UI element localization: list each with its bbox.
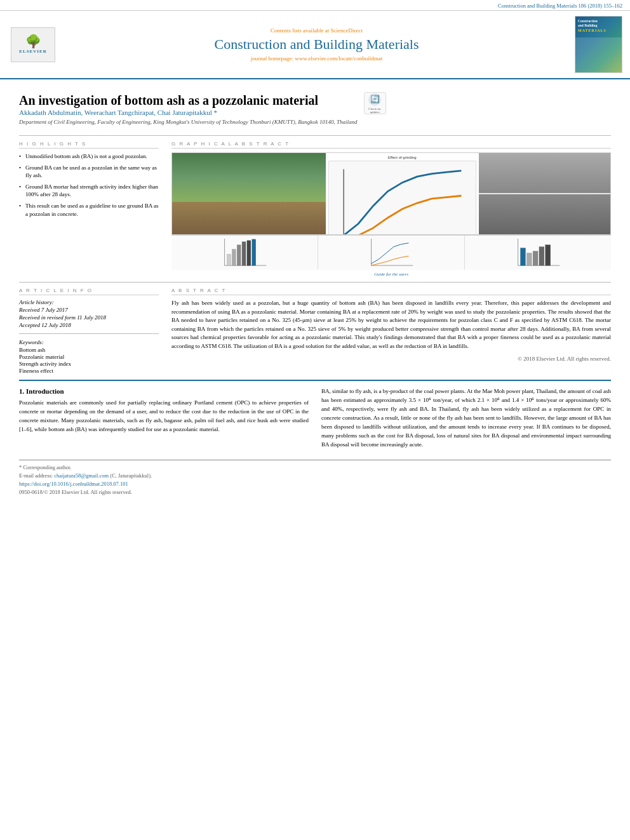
divider-2 <box>19 282 611 283</box>
highlight-item-3: Ground BA mortar had strength activity i… <box>19 183 159 199</box>
svg-rect-14 <box>521 248 526 265</box>
check-updates-badge[interactable]: 🔄 Check forupdates <box>364 92 386 114</box>
keyword-2: Pozzolanic material <box>19 354 159 360</box>
keyword-3: Strength activity index <box>19 361 159 367</box>
affiliation: Department of Civil Engineering, Faculty… <box>19 119 358 125</box>
sciencedirect-name[interactable]: ScienceDirect <box>331 27 363 34</box>
article-info-heading: A R T I C L E I N F O <box>19 288 159 295</box>
doi-line: https://doi.org/10.1016/j.conbuildmat.20… <box>19 481 611 487</box>
footnote-email: E-mail address: chaijatura58@gmail.com (… <box>19 472 611 479</box>
ga-bottom-chart-1 <box>171 236 318 270</box>
intro-heading: 1. Introduction <box>19 387 309 395</box>
history-heading: Article history: <box>19 299 159 305</box>
check-updates-label: Check forupdates <box>368 107 381 114</box>
ga-center-content: Effect of grinding <box>326 153 479 234</box>
divider-keywords <box>19 333 159 334</box>
highlights-column: H I G H L I G H T S Unmodified bottom as… <box>19 141 159 277</box>
highlights-graphical-section: H I G H L I G H T S Unmodified bottom as… <box>19 141 611 277</box>
revised-date: Received in revised form 11 July 2018 <box>19 314 159 321</box>
ga-chart <box>328 161 477 235</box>
journal-citation: Construction and Building Materials 186 … <box>498 3 622 9</box>
ga-caption: Guide for the users <box>171 272 611 277</box>
ga-bottom-svg-1 <box>171 236 318 270</box>
journal-header: 🌳 ELSEVIER Contents lists available at S… <box>0 11 630 79</box>
article-title-section: An investigation of bottom ash as a pozz… <box>19 86 611 130</box>
ga-left-landscape-photo <box>172 153 326 234</box>
sciencedirect-prefix: Contents lists available at <box>271 27 330 34</box>
graphical-abstract-image: Effect of grinding <box>171 152 611 235</box>
ga-bottom-charts <box>171 235 611 270</box>
homepage-url[interactable]: www.elsevier.com/locate/conbuildmat <box>295 55 382 62</box>
article-history: Article history: Received 7 July 2017 Re… <box>19 299 159 328</box>
graphical-abstract-heading: G R A P H I C A L A B S T R A C T <box>171 141 611 149</box>
article-info-abstract-section: A R T I C L E I N F O Article history: R… <box>19 288 611 375</box>
body-introduction: 1. Introduction Pozzolanic materials are… <box>19 387 611 453</box>
email-address[interactable]: chaijatura58@gmail.com <box>54 472 109 479</box>
footer-notes: * Corresponding author. E-mail address: … <box>19 460 611 495</box>
elsevier-logo-box: 🌳 ELSEVIER <box>11 27 55 62</box>
graphical-abstract-column: G R A P H I C A L A B S T R A C T Effect… <box>171 141 611 277</box>
abstract-heading: A B S T R A C T <box>171 288 611 295</box>
abstract-column: A B S T R A C T Fly ash has been widely … <box>171 288 611 375</box>
article-title-text: An investigation of bottom ash as a pozz… <box>19 92 358 130</box>
svg-rect-4 <box>227 254 231 265</box>
body-right-col: BA, similar to fly ash, is a by-product … <box>321 387 611 453</box>
svg-rect-9 <box>252 239 256 265</box>
footnote-star-text: * Corresponding author. <box>19 464 71 470</box>
highlight-item-2: Ground BA can be used as a pozzolan in t… <box>19 164 159 180</box>
svg-rect-18 <box>546 245 551 265</box>
accepted-date: Accepted 12 July 2018 <box>19 322 159 328</box>
check-updates-icon: 🔄 <box>368 93 381 106</box>
cover-decoration <box>575 37 622 72</box>
ga-bottom-svg-3 <box>465 236 611 270</box>
authors: Akkadath Abdulmatin, Weerachart Tangchir… <box>19 109 358 116</box>
cover-journal-title: Constructionand Building <box>578 19 598 28</box>
paper-content: An investigation of bottom ash as a pozz… <box>0 79 630 503</box>
svg-rect-6 <box>237 245 241 265</box>
authors-text: Akkadath Abdulmatin, Weerachart Tangchir… <box>19 109 217 116</box>
elsevier-name: ELSEVIER <box>19 49 46 54</box>
ga-effect-label: Effect of grinding <box>328 156 477 159</box>
doi-link[interactable]: https://doi.org/10.1016/j.conbuildmat.20… <box>19 481 128 487</box>
ga-bottom-svg-2 <box>318 236 464 270</box>
ga-chart-svg <box>329 161 476 235</box>
keywords-heading: Keywords: <box>19 339 159 345</box>
keywords-section: Keywords: Bottom ash Pozzolanic material… <box>19 339 159 374</box>
article-title: An investigation of bottom ash as a pozz… <box>19 92 358 109</box>
highlight-item-4: This result can be used as a guideline t… <box>19 202 159 218</box>
divider-heavy-1 <box>19 380 611 381</box>
homepage-prefix: journal homepage: <box>251 55 295 62</box>
highlights-heading: H I G H L I G H T S <box>19 141 159 149</box>
cover-journal-subtitle: MATERIALS <box>578 29 607 32</box>
elsevier-tree-icon: 🌳 <box>25 35 41 48</box>
keyword-4: Fineness effect <box>19 368 159 374</box>
abstract-text: Fly ash has been widely used as a pozzol… <box>171 299 611 350</box>
ga-photo-1 <box>479 153 610 193</box>
svg-rect-15 <box>526 253 532 265</box>
svg-rect-5 <box>232 250 236 266</box>
intro-right-text: BA, similar to fly ash, is a by-product … <box>321 387 611 450</box>
copyright-notice: © 2018 Elsevier Ltd. All rights reserved… <box>171 356 611 362</box>
email-label: E-mail address: <box>19 472 53 479</box>
ga-right-photos <box>479 153 610 234</box>
journal-reference-bar: Construction and Building Materials 186 … <box>0 0 630 11</box>
journal-homepage: journal homepage: www.elsevier.com/locat… <box>58 55 575 62</box>
journal-title: Construction and Building Materials <box>58 36 575 53</box>
keyword-1: Bottom ash <box>19 347 159 353</box>
ga-bottom-chart-3 <box>465 236 611 270</box>
sciencedirect-line: Contents lists available at ScienceDirec… <box>58 27 575 34</box>
header-center: Contents lists available at ScienceDirec… <box>58 27 575 62</box>
body-left-col: 1. Introduction Pozzolanic materials are… <box>19 387 309 453</box>
highlight-item-1: Unmodified bottom ash (BA) is not a good… <box>19 152 159 161</box>
svg-rect-8 <box>247 241 251 265</box>
footnote-star: * Corresponding author. <box>19 464 611 470</box>
highlights-list: Unmodified bottom ash (BA) is not a good… <box>19 152 159 218</box>
received-date: Received 7 July 2017 <box>19 307 159 313</box>
issn-line: 0950-0618/© 2018 Elsevier Ltd. All right… <box>19 489 611 495</box>
svg-rect-7 <box>242 242 246 265</box>
journal-cover: Constructionand Building MATERIALS <box>575 16 622 73</box>
svg-rect-16 <box>533 251 538 266</box>
email-suffix: (C. Jaturapitakkul). <box>110 472 152 479</box>
divider-1 <box>19 135 611 136</box>
ga-photo-2 <box>479 194 610 234</box>
